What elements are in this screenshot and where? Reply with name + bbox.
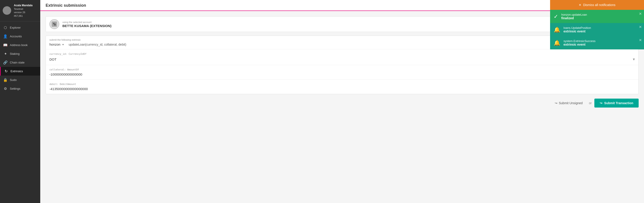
sidebar-item-settings[interactable]: ⚙ Settings	[0, 84, 40, 93]
notification-status: finalized	[561, 16, 640, 20]
sidebar-item-label: Extrinsics	[10, 70, 23, 73]
param-debit-label: debit: DebitAmount	[50, 83, 635, 86]
param-collateral-label: collateral: AmountOf	[50, 68, 635, 71]
param-currency-id-value[interactable]: DOT ▾	[50, 57, 635, 62]
app-version: version 26	[14, 11, 25, 14]
sidebar-item-label: Explorer	[10, 26, 20, 29]
submit-transaction-icon: ↪	[600, 101, 602, 105]
submit-unsigned-button[interactable]: ↪ Submit Unsigned	[551, 99, 586, 107]
bell-icon-2: 🔔	[554, 40, 560, 46]
staking-icon: ✦	[3, 52, 8, 56]
svg-rect-1	[53, 23, 54, 24]
sidebar: Acala Mandala Tesetnet version 26 #67,06…	[0, 0, 40, 203]
account-avatar	[50, 19, 59, 29]
notification-text-update-position: loans.UpdatePosition extrinsic event	[564, 26, 640, 33]
notification-text-extrinsic-success: system.ExtrinsicSuccess extrinsic event	[564, 39, 640, 46]
extrinsic-form: submit the following extrinsic honzon up…	[46, 36, 639, 94]
sidebar-item-extrinsics[interactable]: ↻ Extrinsics	[0, 67, 40, 76]
extrinsic-header: submit the following extrinsic honzon up…	[46, 36, 638, 50]
svg-rect-4	[54, 24, 56, 26]
action-bar: ↪ Submit Unsigned or ↪ Submit Transactio…	[46, 94, 639, 108]
param-currency-id: currency_id: CurrencyIdOf DOT ▾	[46, 50, 638, 65]
notification-text-finalized: honzon.updateLoan finalized	[561, 13, 640, 20]
sidebar-item-staking[interactable]: ✦ Staking	[0, 50, 40, 58]
account-name: BETTE KUSAMA (EXTENSION)	[62, 24, 602, 28]
notification-item-update-position: 🔔 loans.UpdatePosition extrinsic event ✕	[550, 23, 644, 36]
module-select-wrapper[interactable]: honzon	[50, 42, 65, 46]
or-label: or	[589, 101, 592, 105]
param-currency-id-label: currency_id: CurrencyIdOf	[50, 52, 635, 56]
sidebar-item-label: Settings	[10, 87, 20, 90]
submit-transaction-button[interactable]: ↪ Submit Transaction	[594, 98, 639, 108]
sidebar-item-label: Sudo	[10, 78, 16, 82]
sidebar-item-explorer[interactable]: ⬡ Explorer	[0, 23, 40, 32]
svg-rect-2	[54, 23, 56, 24]
method-label: updateLoan(currency_id, collateral, debi…	[69, 43, 126, 46]
account-info: using the selected account BETTE KUSAMA …	[62, 21, 602, 28]
notification-status: extrinsic event	[564, 30, 640, 33]
notifications-panel: ✕ Dismiss all notifications ✓ honzon.upd…	[550, 0, 644, 50]
param-debit: debit: DebitAmount -41350000000000000000	[46, 80, 638, 94]
sudo-icon: 🔒	[3, 78, 8, 82]
explorer-icon: ⬡	[3, 26, 8, 30]
account-hint: using the selected account	[62, 21, 602, 24]
sidebar-item-label: Accounts	[10, 35, 22, 38]
sidebar-item-sudo[interactable]: 🔒 Sudo	[0, 76, 40, 84]
sidebar-item-label: Chain state	[10, 61, 24, 64]
module-selector: honzon updateLoan(currency_id, collatera…	[50, 42, 635, 46]
extrinsics-icon: ↻	[4, 69, 8, 73]
sidebar-item-label: Address book	[10, 43, 28, 47]
accounts-icon: 👤	[3, 34, 8, 38]
sidebar-item-label: Staking	[10, 52, 20, 56]
page-title: Extrinsic submission	[46, 3, 639, 10]
extrinsic-hint: submit the following extrinsic	[50, 38, 635, 41]
module-select[interactable]: honzon	[50, 42, 65, 46]
notification-item-extrinsic-success: 🔔 system.ExtrinsicSuccess extrinsic even…	[550, 36, 644, 50]
account-selector[interactable]: using the selected account BETTE KUSAMA …	[46, 16, 639, 32]
dismiss-all-button[interactable]: ✕ Dismiss all notifications	[550, 0, 644, 10]
notification-status: extrinsic event	[564, 43, 640, 46]
settings-icon: ⚙	[3, 86, 8, 91]
sidebar-item-chain-state[interactable]: 🔗 Chain state	[0, 58, 40, 67]
bell-icon: 🔔	[554, 26, 560, 33]
sidebar-item-accounts[interactable]: 👤 Accounts	[0, 32, 40, 41]
notification-title: loans.UpdatePosition	[564, 26, 640, 30]
avatar	[3, 6, 11, 15]
sidebar-header: Acala Mandala Tesetnet version 26 #67,06…	[0, 0, 40, 22]
param-collateral: collateral: AmountOf -10000000000000000	[46, 65, 638, 80]
address-book-icon: 📖	[3, 43, 8, 47]
checkmark-icon: ✓	[554, 14, 558, 20]
chain-state-icon: 🔗	[3, 60, 8, 64]
notification-item-finalized: ✓ honzon.updateLoan finalized ✕	[550, 10, 644, 23]
submit-unsigned-icon: ↪	[555, 101, 558, 105]
close-notification-2[interactable]: ✕	[639, 38, 642, 42]
sidebar-nav: ⬡ Explorer 👤 Accounts 📖 Address book ✦ S…	[0, 22, 40, 203]
notification-title: system.ExtrinsicSuccess	[564, 39, 640, 43]
svg-rect-3	[53, 24, 54, 26]
close-notification-1[interactable]: ✕	[639, 25, 642, 29]
sidebar-item-address-book[interactable]: 📖 Address book	[0, 41, 40, 50]
param-debit-value: -41350000000000000000	[50, 87, 635, 91]
sidebar-app-info: Acala Mandala Tesetnet version 26 #67,06…	[14, 4, 32, 18]
app-subtitle: Tesetnet	[14, 8, 23, 10]
dismiss-all-icon: ✕	[579, 3, 582, 7]
notification-title: honzon.updateLoan	[561, 13, 640, 16]
app-name: Acala Mandala	[14, 4, 32, 7]
close-notification-0[interactable]: ✕	[639, 12, 642, 16]
chevron-down-icon: ▾	[633, 57, 635, 62]
block-number: #67,061	[14, 14, 23, 17]
param-collateral-value: -10000000000000000	[50, 72, 635, 76]
